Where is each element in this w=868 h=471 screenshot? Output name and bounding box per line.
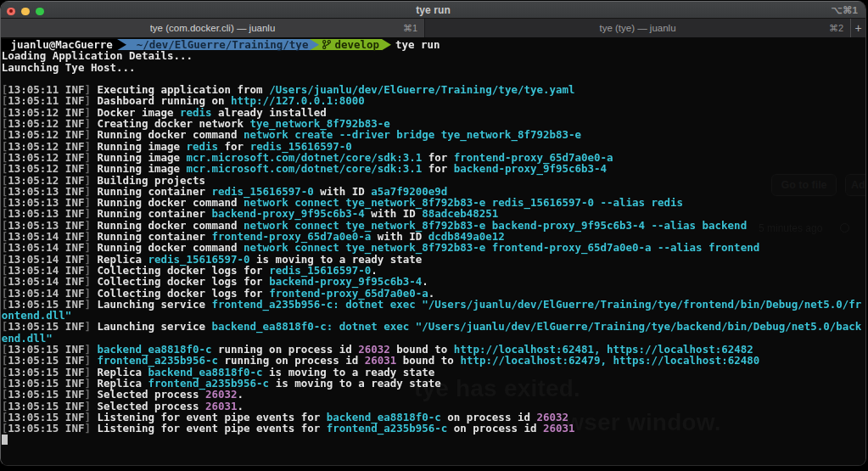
prompt-user-segment: juanlu@MacGuerre [2, 39, 117, 50]
window-title: tye run [1, 2, 865, 19]
terminal-line: [13:05:15 INF] Replica backend_ea8818f0-… [2, 367, 865, 378]
tab-bar: tye (com.docker.cli) — juanlu ⌘1 tye (ty… [1, 19, 865, 37]
terminal-line: [13:05:12 INF] Running docker command ne… [2, 129, 865, 140]
cursor-line [2, 434, 865, 445]
window-shortcut: ⌥⌘1 [832, 2, 858, 19]
terminal-line: [13:05:13 INF] Running docker command ne… [2, 220, 865, 231]
terminal-output: juanlu@MacGuerre~/dev/ElGuerre/Training/… [1, 38, 865, 446]
terminal-line: [13:05:15 INF] Launching service fronten… [2, 299, 865, 310]
new-tab-button[interactable]: + [850, 19, 865, 37]
terminal-line: [13:05:12 INF] Running image mcr.microso… [2, 163, 865, 174]
tab-label: tye (com.docker.cli) — juanlu [150, 23, 276, 33]
powerline-arrow-icon [382, 39, 391, 50]
terminal-line: [13:05:11 INF] Executing application fro… [2, 84, 865, 95]
tab-tye[interactable]: tye (tye) — juanlu ⌘2 [425, 19, 850, 37]
terminal-line: Launching Tye Host... [2, 62, 865, 73]
terminal-screen[interactable]: Go to fileAdd file5 minutes agotye has e… [1, 38, 865, 465]
terminal-line: [13:05:15 INF] Selected process 26031. [2, 401, 865, 412]
tab-shortcut: ⌘1 [403, 19, 417, 37]
terminal-line [2, 73, 865, 84]
terminal-line: ontend.dll" [2, 310, 865, 321]
terminal-line: [13:05:15 INF] Listening for event pipe … [2, 423, 865, 434]
terminal-line: [13:05:11 INF] Dashboard running on http… [2, 95, 865, 106]
terminal-line: [13:05:15 INF] Listening for event pipe … [2, 412, 865, 423]
terminal-line: [13:05:13 INF] Running container redis_1… [2, 186, 865, 197]
terminal-line: [13:05:14 INF] Collecting docker logs fo… [2, 276, 865, 287]
terminal-line: [13:05:15 INF] Launching service backend… [2, 321, 865, 332]
terminal-line: [13:05:15 INF] Replica frontend_a235b956… [2, 378, 865, 389]
prompt-path-segment: ~/dev/ElGuerre/Training/tye [126, 39, 311, 50]
terminal-line: [13:05:14 INF] Collecting docker logs fo… [2, 265, 865, 276]
terminal-window: tye run ⌥⌘1 tye (com.docker.cli) — juanl… [0, 1, 866, 466]
terminal-line: [13:05:15 INF] Selected process 26032. [2, 389, 865, 400]
tab-docker-cli[interactable]: tye (com.docker.cli) — juanlu ⌘1 [1, 19, 425, 37]
terminal-line: [13:05:12 INF] Running image mcr.microso… [2, 152, 865, 163]
terminal-line: Loading Application Details... [2, 50, 865, 61]
terminal-line: [13:05:14 INF] Running container fronten… [2, 231, 865, 242]
git-branch-icon [322, 40, 331, 49]
powerline-arrow-icon [117, 39, 126, 50]
shell-prompt-line: juanlu@MacGuerre~/dev/ElGuerre/Training/… [2, 39, 865, 50]
terminal-line: [13:05:12 INF] Building projects [2, 175, 865, 186]
title-bar[interactable]: tye run ⌥⌘1 [1, 1, 865, 19]
tab-label: tye (tye) — juanlu [599, 23, 675, 33]
typed-command: tye run [391, 39, 440, 50]
terminal-line: [13:05:15 INF] backend_ea8818f0-c runnin… [2, 344, 865, 355]
terminal-line: [13:05:14 INF] Running docker command ne… [2, 242, 865, 253]
terminal-line: [13:05:13 INF] Running container backend… [2, 208, 865, 219]
git-branch-name: develop [334, 39, 379, 50]
terminal-line: [13:05:14 INF] Collecting docker logs fo… [2, 288, 865, 299]
terminal-line: [13:05:12 INF] Running image redis for r… [2, 141, 865, 152]
terminal-line: [13:05:15 INF] frontend_a235b956-c runni… [2, 355, 865, 366]
terminal-line: [13:05:14 INF] Replica redis_15616597-0 … [2, 254, 865, 265]
terminal-line: end.dll" [2, 333, 865, 344]
powerline-arrow-icon [310, 39, 319, 50]
prompt-git-segment: develop [319, 39, 382, 50]
terminal-cursor [2, 435, 8, 445]
terminal-line: [13:05:13 INF] Running docker command ne… [2, 197, 865, 208]
terminal-line: [13:05:12 INF] Creating docker network t… [2, 118, 865, 129]
tab-shortcut: ⌘2 [829, 19, 843, 37]
terminal-line: [13:05:12 INF] Docker image redis alread… [2, 107, 865, 118]
